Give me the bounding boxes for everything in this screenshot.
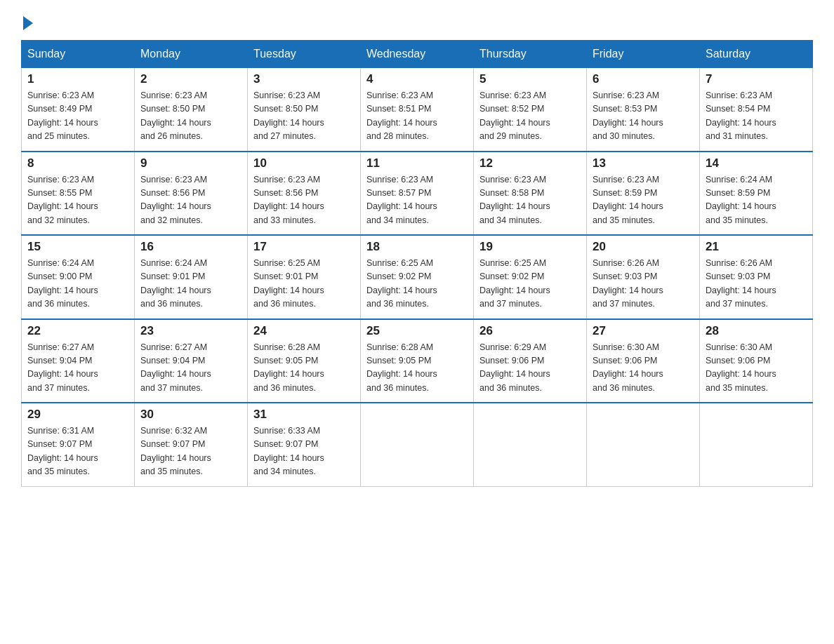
day-info: Sunrise: 6:26 AMSunset: 9:03 PMDaylight:… [706,257,807,311]
day-number: 3 [253,72,355,86]
day-info: Sunrise: 6:24 AMSunset: 8:59 PMDaylight:… [706,173,807,228]
day-info: Sunrise: 6:33 AMSunset: 9:07 PMDaylight:… [253,424,355,479]
calendar-cell: 24 Sunrise: 6:28 AMSunset: 9:05 PMDaylig… [248,319,361,403]
calendar-cell: 22 Sunrise: 6:27 AMSunset: 9:04 PMDaylig… [22,319,135,403]
day-number: 17 [253,240,355,254]
calendar-cell: 21 Sunrise: 6:26 AMSunset: 9:03 PMDaylig… [700,235,813,319]
day-number: 24 [253,324,355,338]
day-number: 10 [253,156,355,170]
calendar-cell: 25 Sunrise: 6:28 AMSunset: 9:05 PMDaylig… [361,319,474,403]
day-number: 14 [706,156,807,170]
day-info: Sunrise: 6:23 AMSunset: 8:50 PMDaylight:… [140,89,241,144]
day-number: 28 [706,324,807,338]
day-info: Sunrise: 6:25 AMSunset: 9:02 PMDaylight:… [366,257,468,311]
day-number: 8 [27,156,128,170]
calendar-cell: 19 Sunrise: 6:25 AMSunset: 9:02 PMDaylig… [474,235,587,319]
day-info: Sunrise: 6:30 AMSunset: 9:06 PMDaylight:… [593,341,694,396]
day-number: 31 [253,408,355,422]
week-row-1: 1 Sunrise: 6:23 AMSunset: 8:49 PMDayligh… [22,68,813,152]
day-info: Sunrise: 6:25 AMSunset: 9:01 PMDaylight:… [253,257,355,311]
day-info: Sunrise: 6:23 AMSunset: 8:58 PMDaylight:… [479,173,581,228]
calendar-cell: 30 Sunrise: 6:32 AMSunset: 9:07 PMDaylig… [135,403,248,486]
day-number: 1 [27,72,128,86]
calendar-cell: 13 Sunrise: 6:23 AMSunset: 8:59 PMDaylig… [587,152,700,236]
calendar-cell: 1 Sunrise: 6:23 AMSunset: 8:49 PMDayligh… [22,68,135,152]
calendar-cell: 18 Sunrise: 6:25 AMSunset: 9:02 PMDaylig… [361,235,474,319]
header-sunday: Sunday [22,41,135,68]
day-number: 4 [366,72,468,86]
day-number: 11 [366,156,468,170]
calendar-cell: 6 Sunrise: 6:23 AMSunset: 8:53 PMDayligh… [587,68,700,152]
calendar-table: SundayMondayTuesdayWednesdayThursdayFrid… [21,40,813,487]
calendar-cell: 7 Sunrise: 6:23 AMSunset: 8:54 PMDayligh… [700,68,813,152]
day-info: Sunrise: 6:23 AMSunset: 8:49 PMDaylight:… [27,89,128,144]
calendar-cell: 27 Sunrise: 6:30 AMSunset: 9:06 PMDaylig… [587,319,700,403]
calendar-cell: 2 Sunrise: 6:23 AMSunset: 8:50 PMDayligh… [135,68,248,152]
calendar-header-row: SundayMondayTuesdayWednesdayThursdayFrid… [22,41,813,68]
calendar-cell: 28 Sunrise: 6:30 AMSunset: 9:06 PMDaylig… [700,319,813,403]
calendar-cell: 23 Sunrise: 6:27 AMSunset: 9:04 PMDaylig… [135,319,248,403]
week-row-2: 8 Sunrise: 6:23 AMSunset: 8:55 PMDayligh… [22,152,813,236]
day-info: Sunrise: 6:27 AMSunset: 9:04 PMDaylight:… [140,341,241,396]
day-number: 25 [366,324,468,338]
calendar-cell: 17 Sunrise: 6:25 AMSunset: 9:01 PMDaylig… [248,235,361,319]
calendar-cell [361,403,474,486]
day-number: 15 [27,240,128,254]
day-info: Sunrise: 6:23 AMSunset: 8:56 PMDaylight:… [253,173,355,228]
day-number: 29 [27,408,128,422]
calendar-cell: 15 Sunrise: 6:24 AMSunset: 9:00 PMDaylig… [22,235,135,319]
day-number: 16 [140,240,241,254]
day-info: Sunrise: 6:31 AMSunset: 9:07 PMDaylight:… [27,424,128,479]
day-info: Sunrise: 6:30 AMSunset: 9:06 PMDaylight:… [706,341,807,396]
day-number: 18 [366,240,468,254]
week-row-3: 15 Sunrise: 6:24 AMSunset: 9:00 PMDaylig… [22,235,813,319]
calendar-cell: 20 Sunrise: 6:26 AMSunset: 9:03 PMDaylig… [587,235,700,319]
day-number: 26 [479,324,581,338]
day-info: Sunrise: 6:23 AMSunset: 8:59 PMDaylight:… [593,173,694,228]
day-info: Sunrise: 6:24 AMSunset: 9:00 PMDaylight:… [27,257,128,311]
calendar-cell: 12 Sunrise: 6:23 AMSunset: 8:58 PMDaylig… [474,152,587,236]
day-info: Sunrise: 6:23 AMSunset: 8:56 PMDaylight:… [140,173,241,228]
calendar-cell: 11 Sunrise: 6:23 AMSunset: 8:57 PMDaylig… [361,152,474,236]
calendar-cell: 4 Sunrise: 6:23 AMSunset: 8:51 PMDayligh… [361,68,474,152]
calendar-cell: 10 Sunrise: 6:23 AMSunset: 8:56 PMDaylig… [248,152,361,236]
calendar-cell: 26 Sunrise: 6:29 AMSunset: 9:06 PMDaylig… [474,319,587,403]
day-number: 13 [593,156,694,170]
day-number: 5 [479,72,581,86]
day-info: Sunrise: 6:28 AMSunset: 9:05 PMDaylight:… [253,341,355,396]
day-info: Sunrise: 6:29 AMSunset: 9:06 PMDaylight:… [479,341,581,396]
calendar-cell: 5 Sunrise: 6:23 AMSunset: 8:52 PMDayligh… [474,68,587,152]
calendar-cell [587,403,700,486]
day-number: 6 [593,72,694,86]
calendar-cell: 9 Sunrise: 6:23 AMSunset: 8:56 PMDayligh… [135,152,248,236]
header-friday: Friday [587,41,700,68]
day-info: Sunrise: 6:23 AMSunset: 8:50 PMDaylight:… [253,89,355,144]
calendar-cell: 14 Sunrise: 6:24 AMSunset: 8:59 PMDaylig… [700,152,813,236]
header-tuesday: Tuesday [248,41,361,68]
day-number: 9 [140,156,241,170]
header-wednesday: Wednesday [361,41,474,68]
calendar-cell [474,403,587,486]
day-info: Sunrise: 6:28 AMSunset: 9:05 PMDaylight:… [366,341,468,396]
calendar-cell: 16 Sunrise: 6:24 AMSunset: 9:01 PMDaylig… [135,235,248,319]
day-info: Sunrise: 6:23 AMSunset: 8:57 PMDaylight:… [366,173,468,228]
day-number: 30 [140,408,241,422]
week-row-4: 22 Sunrise: 6:27 AMSunset: 9:04 PMDaylig… [22,319,813,403]
day-info: Sunrise: 6:23 AMSunset: 8:51 PMDaylight:… [366,89,468,144]
calendar-cell: 29 Sunrise: 6:31 AMSunset: 9:07 PMDaylig… [22,403,135,486]
day-info: Sunrise: 6:23 AMSunset: 8:55 PMDaylight:… [27,173,128,228]
day-info: Sunrise: 6:25 AMSunset: 9:02 PMDaylight:… [479,257,581,311]
day-info: Sunrise: 6:23 AMSunset: 8:52 PMDaylight:… [479,89,581,144]
day-number: 7 [706,72,807,86]
calendar-cell: 31 Sunrise: 6:33 AMSunset: 9:07 PMDaylig… [248,403,361,486]
logo-arrow-icon [23,16,33,30]
calendar-cell: 3 Sunrise: 6:23 AMSunset: 8:50 PMDayligh… [248,68,361,152]
calendar-cell: 8 Sunrise: 6:23 AMSunset: 8:55 PMDayligh… [22,152,135,236]
day-info: Sunrise: 6:23 AMSunset: 8:53 PMDaylight:… [593,89,694,144]
day-number: 19 [479,240,581,254]
day-info: Sunrise: 6:24 AMSunset: 9:01 PMDaylight:… [140,257,241,311]
day-number: 23 [140,324,241,338]
logo [21,14,33,27]
day-info: Sunrise: 6:32 AMSunset: 9:07 PMDaylight:… [140,424,241,479]
day-number: 20 [593,240,694,254]
